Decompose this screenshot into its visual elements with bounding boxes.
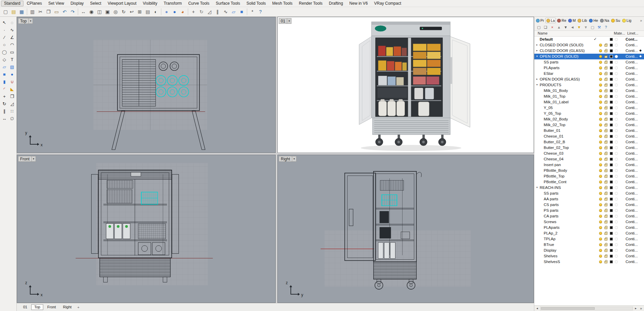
menu-tab-vray-compact[interactable]: VRay Compact bbox=[371, 1, 404, 6]
layer-lock-icon[interactable] bbox=[604, 61, 607, 64]
layer-color-swatch[interactable] bbox=[610, 118, 613, 121]
panel-tab-layers[interactable]: La bbox=[545, 18, 556, 23]
layer-material-icon[interactable] bbox=[615, 106, 618, 109]
layer-linetype-label[interactable]: Conti... bbox=[626, 89, 639, 93]
layer-material-icon[interactable] bbox=[615, 101, 618, 104]
layer-linetype-label[interactable]: Conti... bbox=[626, 128, 639, 133]
solid-tools-icon[interactable]: ■ bbox=[238, 8, 246, 16]
layer-lock-icon[interactable] bbox=[604, 198, 607, 201]
layer-lock-icon[interactable] bbox=[604, 44, 607, 47]
display-mode-icon[interactable]: ◐ bbox=[152, 8, 160, 16]
layer-row-cheese-01[interactable]: Cheese_01Conti... bbox=[534, 134, 644, 139]
layer-lock-icon[interactable] bbox=[604, 73, 607, 75]
layer-lock-icon[interactable] bbox=[604, 130, 607, 132]
layer-lock-icon[interactable] bbox=[604, 215, 607, 218]
layer-state-filter-icon[interactable]: ▼ bbox=[583, 25, 588, 30]
layer-linetype-label[interactable]: Conti... bbox=[626, 168, 639, 172]
layer-lock-icon[interactable] bbox=[604, 153, 607, 155]
layer-color-swatch[interactable] bbox=[610, 175, 613, 178]
surface-tools-icon[interactable]: ▱ bbox=[230, 8, 237, 16]
layer-material-icon[interactable] bbox=[615, 118, 618, 121]
layer-row-butter-02-top[interactable]: Butter_02_TopConti... bbox=[534, 145, 644, 151]
viewport-menu-arrow-icon[interactable]: ▾ bbox=[31, 156, 36, 161]
layer-color-swatch[interactable] bbox=[610, 255, 613, 258]
layer-visibility-bulb-icon[interactable] bbox=[599, 44, 602, 47]
layer-row-products[interactable]: ▾PRODUCTSConti... bbox=[534, 82, 644, 88]
layer-row-milk-01-label[interactable]: Milk_01_LabelConti... bbox=[534, 99, 644, 105]
polygon-icon[interactable]: ◇ bbox=[1, 56, 8, 63]
layer-row-plaparts[interactable]: PLApartsConti... bbox=[534, 65, 644, 71]
layer-linetype-label[interactable]: Conti... bbox=[626, 237, 639, 241]
copy-icon[interactable]: ❐ bbox=[45, 8, 52, 16]
pan-view-icon[interactable]: ↔ bbox=[79, 8, 87, 16]
viewport-menu-arrow-icon[interactable]: ▾ bbox=[287, 18, 291, 23]
layer-color-swatch[interactable] bbox=[610, 260, 613, 263]
zoom-window-icon[interactable]: ◫ bbox=[96, 8, 103, 16]
viewport-menu-arrow-icon[interactable]: ▾ bbox=[292, 156, 296, 161]
layer-row-plap-2[interactable]: PLAp_2Conti... bbox=[534, 230, 644, 236]
layer-color-swatch[interactable] bbox=[610, 249, 613, 252]
layer-linetype-label[interactable]: Conti... bbox=[626, 100, 639, 104]
layer-material-icon[interactable] bbox=[615, 72, 618, 75]
layer-linetype-label[interactable]: Conti... bbox=[626, 106, 639, 110]
menu-tab-visibility[interactable]: Visibility bbox=[140, 1, 160, 6]
layer-row-ss-parts[interactable]: SS partsConti... bbox=[534, 59, 644, 65]
h-scrollbar-track[interactable] bbox=[540, 307, 633, 310]
layer-row-ca-parts[interactable]: CA partsConti... bbox=[534, 213, 644, 219]
line-icon[interactable]: ∕ bbox=[1, 34, 8, 41]
layer-material-icon[interactable] bbox=[615, 215, 618, 218]
layer-visibility-bulb-icon[interactable] bbox=[599, 186, 602, 189]
layer-material-icon[interactable] bbox=[615, 112, 618, 115]
box-icon[interactable]: ■ bbox=[1, 70, 8, 78]
layer-linetype-label[interactable]: Conti... bbox=[626, 134, 639, 138]
layer-color-swatch[interactable] bbox=[610, 61, 613, 64]
layer-material-icon[interactable] bbox=[615, 255, 618, 258]
layer-visibility-bulb-icon[interactable] bbox=[599, 49, 602, 52]
expand-arrow-icon[interactable]: ▸ bbox=[535, 43, 539, 46]
layer-material-icon[interactable] bbox=[615, 49, 618, 52]
layer-row-cheese-03[interactable]: Cheese_03Conti... bbox=[534, 151, 644, 156]
layer-linetype-label[interactable]: Conti... bbox=[626, 214, 639, 218]
layer-linetype-label[interactable]: Conti... bbox=[626, 208, 639, 212]
layer-color-swatch[interactable] bbox=[610, 49, 613, 52]
layer-lock-icon[interactable] bbox=[604, 210, 607, 212]
layer-color-swatch[interactable] bbox=[610, 163, 613, 166]
layer-lock-icon[interactable] bbox=[604, 118, 607, 121]
zoom-extents-icon[interactable]: ▣ bbox=[104, 8, 111, 16]
layer-lock-icon[interactable] bbox=[604, 158, 607, 161]
layer-material-icon[interactable] bbox=[615, 192, 618, 195]
layer-lock-icon[interactable] bbox=[604, 244, 607, 246]
layer-material-icon[interactable] bbox=[615, 141, 618, 144]
layer-material-icon[interactable] bbox=[615, 152, 618, 155]
layer-color-swatch[interactable] bbox=[610, 66, 613, 69]
menu-tab-new-in-v6[interactable]: New in V6 bbox=[346, 1, 371, 6]
layer-visibility-bulb-icon[interactable] bbox=[599, 192, 602, 195]
layer-linetype-label[interactable]: Conti... bbox=[626, 111, 639, 115]
layer-material-icon[interactable] bbox=[615, 243, 618, 246]
layer-material-icon[interactable] bbox=[615, 186, 618, 189]
render-preview-icon[interactable]: ◕ bbox=[179, 8, 186, 16]
layer-visibility-bulb-icon[interactable] bbox=[599, 209, 602, 212]
layer-row-estar[interactable]: EStarConti... bbox=[534, 71, 644, 76]
menu-tab-mesh-tools[interactable]: Mesh Tools bbox=[269, 1, 296, 6]
layer-row-cs-parts[interactable]: CS partsConti... bbox=[534, 202, 644, 208]
extrude-icon[interactable]: ▧ bbox=[8, 63, 16, 70]
layer-visibility-bulb-icon[interactable] bbox=[599, 238, 602, 241]
ellipse-icon[interactable]: ◯ bbox=[1, 48, 8, 56]
layer-visibility-bulb-icon[interactable] bbox=[599, 226, 602, 229]
layer-material-icon[interactable] bbox=[615, 61, 618, 64]
layer-linetype-label[interactable]: Conti... bbox=[626, 197, 639, 201]
arc-icon[interactable]: ◠ bbox=[8, 41, 16, 48]
layer-visibility-bulb-icon[interactable] bbox=[599, 101, 602, 104]
collapse-arrow-icon[interactable]: ▾ bbox=[535, 186, 539, 189]
panel-tab-sun[interactable]: Su bbox=[610, 18, 621, 23]
layer-lock-icon[interactable] bbox=[604, 261, 607, 263]
layer-lock-icon[interactable] bbox=[604, 204, 607, 206]
rotate-view-icon[interactable]: ↻ bbox=[120, 8, 127, 16]
layer-linetype-label[interactable]: Conti... bbox=[626, 260, 639, 264]
layer-linetype-label[interactable]: Conti... bbox=[626, 94, 639, 98]
panel-tab-rendering[interactable]: Re bbox=[556, 18, 567, 23]
cylinder-icon[interactable]: ▮ bbox=[1, 78, 8, 85]
layer-lock-icon[interactable] bbox=[604, 124, 607, 126]
render-icon[interactable]: ● bbox=[171, 8, 178, 16]
